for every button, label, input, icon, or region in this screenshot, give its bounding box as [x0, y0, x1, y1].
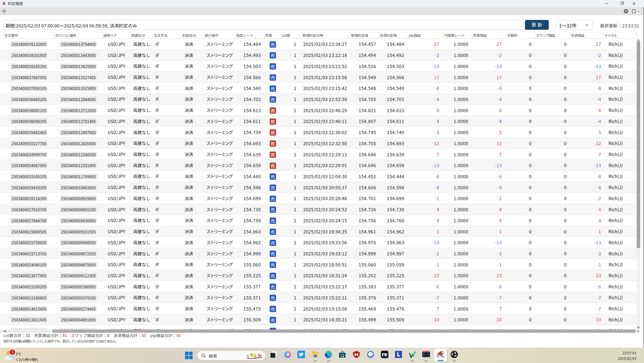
svg-text:01:22: 01:22 [423, 353, 430, 356]
svg-text:1: 1 [11, 349, 13, 354]
